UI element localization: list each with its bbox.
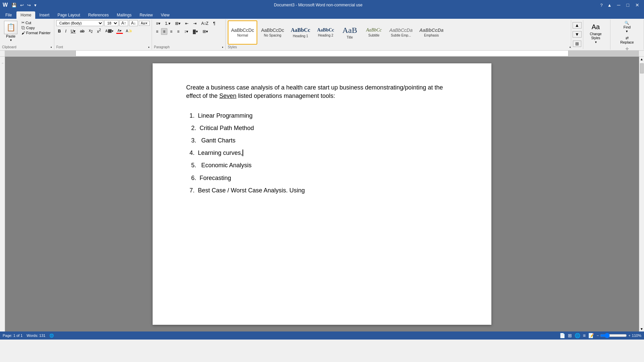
styles-scroll-up-btn[interactable]: ▲	[573, 22, 582, 28]
change-styles-button[interactable]: Aa ChangeStyles ▾	[583, 20, 608, 49]
tab-view[interactable]: View	[157, 11, 174, 19]
document-content[interactable]: Create a business case analysis of a hea…	[153, 63, 491, 325]
document-paragraph-1: Create a business case analysis of a hea…	[186, 83, 458, 100]
redo-qa-btn[interactable]: ↪	[26, 2, 32, 8]
quick-access-toolbar: W 💾 ↩ ↪ ▾	[3, 2, 38, 8]
list-item-3: 3. Gantt Charts	[186, 136, 458, 145]
minimize-btn[interactable]: ─	[615, 2, 623, 8]
copy-button[interactable]: ⿻ Copy	[20, 25, 52, 30]
list-item-5: 5. Economic Analysis	[186, 161, 458, 170]
decrease-indent-btn[interactable]: ⇤	[183, 20, 191, 27]
close-btn[interactable]: ✕	[633, 2, 641, 8]
tab-file[interactable]: File	[1, 11, 16, 19]
font-group: Calibri (Body) 18 A↑ A↓ Aa✕ B I U▾ ab x2…	[54, 19, 152, 50]
document-scroll-area[interactable]: Create a business case analysis of a hea…	[5, 57, 639, 331]
text-highlight-btn[interactable]: A⬛▾	[104, 28, 115, 34]
scrollbar-up-btn[interactable]: ▲	[639, 57, 644, 62]
line-spacing-btn[interactable]: ↕▾	[182, 28, 190, 35]
tab-page-layout[interactable]: Page Layout	[53, 11, 84, 19]
ruler-scale: /* ticks added via JS */	[75, 51, 569, 56]
text-effects-btn[interactable]: A✨	[124, 28, 134, 34]
bullets-btn[interactable]: ≡▾	[154, 20, 162, 27]
strikethrough-btn[interactable]: ab	[78, 28, 86, 34]
subscript-btn[interactable]: x2	[87, 27, 95, 34]
zoom-control: − + 110%	[597, 333, 641, 338]
zoom-slider[interactable]	[600, 333, 627, 338]
shading-btn[interactable]: ▓▾	[191, 28, 200, 35]
clear-format-btn[interactable]: Aa✕	[139, 21, 150, 26]
style-item-normal[interactable]: AaBbCcDcNormal	[228, 20, 257, 45]
qa-dropdown[interactable]: ▾	[33, 2, 38, 8]
bold-btn[interactable]: B	[56, 28, 63, 34]
zoom-out-btn[interactable]: −	[597, 334, 599, 338]
cut-button[interactable]: ✂ Cut	[20, 20, 52, 25]
tab-mailings[interactable]: Mailings	[113, 11, 136, 19]
increase-indent-btn[interactable]: ⇥	[191, 20, 199, 27]
language-icon[interactable]: 🌐	[49, 334, 54, 338]
zoom-in-btn[interactable]: +	[628, 334, 630, 338]
style-item-no-spacing[interactable]: AaBbCcDcNo Spacing	[258, 20, 287, 45]
styles-all-dropdown-btn[interactable]: ⊞	[573, 41, 581, 47]
tab-review[interactable]: Review	[136, 11, 157, 19]
tab-home[interactable]: Home	[16, 11, 35, 19]
right-scrollbar[interactable]: ▲ ▼	[639, 57, 644, 331]
sort-btn[interactable]: A↕Z	[199, 20, 210, 27]
align-right-btn[interactable]: ≡	[168, 28, 174, 35]
ribbon-toggle-icon[interactable]: ▲	[606, 2, 613, 8]
superscript-btn[interactable]: x2	[95, 27, 103, 35]
replace-button[interactable]: ⇄ Replace	[618, 35, 636, 45]
font-family-select[interactable]: Calibri (Body)	[56, 20, 103, 26]
style-item-subtitle[interactable]: AaBbCcSubtitle	[362, 20, 386, 45]
styles-container: AaBbCcDcNormalAaBbCcDcNo SpacingAaBbCcHe…	[228, 20, 571, 45]
multilevel-btn[interactable]: ⊞▾	[173, 20, 182, 27]
view-outline-btn[interactable]: ≡	[583, 333, 586, 338]
status-bar-left: Page: 1 of 1 Words: 131 🌐	[3, 334, 54, 338]
clipboard-group: 📋 Paste ▾ ✂ Cut ⿻ Copy 🖌 Format Painter	[0, 19, 54, 50]
show-marks-btn[interactable]: ¶	[211, 20, 217, 27]
view-web-btn[interactable]: 🌐	[575, 333, 580, 338]
clipboard-expand-icon[interactable]: ⬧	[50, 45, 52, 49]
align-left-btn[interactable]: ≡	[154, 28, 160, 35]
borders-btn[interactable]: ⊞▾	[201, 28, 210, 35]
align-center-btn[interactable]: ≡	[161, 28, 167, 35]
style-item-heading-1[interactable]: AaBbCcHeading 1	[288, 20, 313, 45]
font-expand-icon[interactable]: ⬧	[148, 45, 150, 49]
word-count: Words: 131	[26, 334, 45, 338]
scrollbar-thumb[interactable]	[640, 63, 644, 73]
style-item-heading-2[interactable]: AaBbCcHeading 2	[314, 20, 337, 45]
view-draft-btn[interactable]: 📝	[588, 333, 594, 338]
scissors-icon: ✂	[21, 20, 24, 25]
italic-btn[interactable]: I	[63, 28, 68, 34]
paragraph-expand-icon[interactable]: ⬧	[222, 45, 223, 49]
maximize-btn[interactable]: □	[625, 2, 631, 8]
view-print-btn[interactable]: 📄	[559, 333, 565, 338]
style-item-subtle-emp...[interactable]: AaBbCcDaSubtle Emp...	[386, 20, 416, 45]
view-fullscreen-btn[interactable]: ⊞	[568, 333, 572, 338]
format-painter-button[interactable]: 🖌 Format Painter	[20, 31, 52, 35]
save-qa-btn[interactable]: 💾	[10, 2, 18, 8]
paste-button[interactable]: 📋 Paste ▾	[2, 20, 19, 43]
tab-insert[interactable]: Insert	[35, 11, 53, 19]
numbering-btn[interactable]: 1.▾	[163, 20, 172, 27]
style-item-title[interactable]: AaBTitle	[338, 20, 362, 45]
find-button[interactable]: 🔍 Find ▾	[618, 20, 636, 34]
ribbon: 📋 Paste ▾ ✂ Cut ⿻ Copy 🖌 Format Painter	[0, 19, 644, 51]
font-shrink-btn[interactable]: A↓	[129, 20, 138, 26]
list-item-4: 4. Learning curves,	[186, 149, 458, 157]
font-grow-btn[interactable]: A↑	[119, 20, 128, 26]
style-item-emphasis[interactable]: AaBbCcDaEmphasis	[416, 20, 446, 45]
undo-qa-btn[interactable]: ↩	[19, 2, 25, 8]
window-controls: ? ▲ ─ □ ✕	[599, 2, 642, 8]
underline-btn[interactable]: U▾	[69, 28, 77, 34]
list-item-2: 2. Critical Path Method	[186, 124, 458, 132]
underlined-seven: Seven	[219, 93, 236, 99]
tab-references[interactable]: References	[84, 11, 113, 19]
styles-scroll-down-btn[interactable]: ▼	[573, 31, 582, 38]
font-size-select[interactable]: 18	[104, 20, 118, 26]
scrollbar-down-btn[interactable]: ▼	[639, 326, 644, 331]
justify-btn[interactable]: ≡	[175, 28, 181, 35]
help-icon[interactable]: ?	[599, 2, 604, 8]
ruler-right-margin	[639, 51, 644, 56]
font-color-btn[interactable]: A▾	[116, 28, 123, 34]
title-bar: W 💾 ↩ ↪ ▾ Document3 - Microsoft Word non…	[0, 0, 644, 10]
